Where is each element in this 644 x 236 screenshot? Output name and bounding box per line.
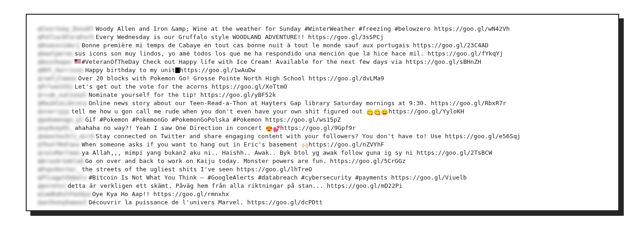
tweet-text: Over 20 blocks with Pokemon Go! Grosse P…: [78, 75, 384, 82]
tweet-text: sus icons son muy lindos, yo amé todos l…: [75, 50, 503, 57]
tweet-row: @pokemongo_plGif #Pokemon #PokemonGo #Po…: [38, 116, 607, 124]
tweet-row: @vverryyytell me how u gon call me rude …: [38, 107, 607, 116]
tweet-handle: @PopsDurter_: [38, 165, 82, 174]
tweet-text-post: https://goo.gl/9Gpf9r: [280, 124, 356, 131]
tweet-row: @maulperensus icons son muy lindos, yo a…: [38, 50, 607, 58]
tweet-text: Gif #Pokemon #PokemonGo #PokemonGoPolska…: [85, 116, 341, 123]
tweet-row: @PullackFareParkEvery Wednesday is our G…: [38, 33, 607, 41]
tweet-row: @Courtney_Rose87Woody Allen and Iron &am…: [38, 25, 607, 33]
tweet-row: @PopsDurter_the streets of the ugliest s…: [38, 165, 607, 174]
tweet-handle: @raisMarleen: [38, 149, 82, 157]
tweet-row: @That7NoFansWhen someone asks if you wan…: [38, 140, 607, 149]
tweet-text: Woody Allen and Iron &amp; Wine at the w…: [96, 25, 510, 32]
tweet-row: @iamRahulPandyaOye Kya Ho Aap!! https://…: [38, 190, 607, 198]
tweet-text: Online news story about our Teen-Read-a-…: [89, 100, 506, 107]
tweet-handle: @RDY_Harrison: [38, 66, 85, 74]
emoji-icon: 😋😋😄: [366, 108, 388, 117]
tweet-row: @rcab_nationalNominate yourself for the …: [38, 91, 607, 99]
tweet-row: @anthonyhemontDécouvrir la puissance de …: [38, 198, 607, 207]
tweet-row: @buzzhoper#VeteranOfTheDay Check out Hap…: [38, 58, 607, 66]
tweet-text: Oye Kya Ho Aap!! https://goo.gl/rmnxhx: [92, 191, 229, 197]
tweet-log-content: @Courtney_Rose87Woody Allen and Iron &am…: [27, 15, 618, 212]
tweet-text: #Bitcoin Is Not What You Think – #Google…: [89, 174, 467, 181]
tweet-handle: @poretni: [38, 182, 68, 190]
tweet-text: Every Wednesday is our Gruffalo style WO…: [96, 34, 384, 40]
tweet-text: Nominate yourself for the tip! https://g…: [89, 91, 276, 98]
tweet-handle: @buzzhoper: [38, 58, 75, 66]
tweet-handle: @PullackFarePark: [38, 33, 96, 41]
tweet-handle: @iamRahulPandya: [38, 190, 92, 198]
tweet-text: Bonne première mi temps de Cabaye en tou…: [82, 42, 489, 49]
tweet-handle: @vverryyy: [38, 107, 71, 116]
tweet-text: When someone asks if you want to hang ou…: [82, 141, 301, 148]
tweet-text-post: https://goo.gl/1wAuDw: [180, 67, 255, 73]
tweet-handle: @newstechri_mcrd: [38, 132, 96, 140]
tweet-row: @poretnidetta är verkligen ett skämt. På…: [38, 182, 607, 190]
tweet-text: Happy birthday to my unit: [85, 67, 175, 73]
tweet-text: tell me how u gon call me rude when you …: [71, 108, 367, 115]
tweet-row: @MashCoLibraryOnline news story about ou…: [38, 99, 607, 107]
tweet-text: #VeteranOfTheDay Check out Happy life wi…: [81, 58, 481, 65]
tweet-row: @RDY_HarrisonHappy birthday to my unitht…: [38, 66, 607, 74]
tweet-text: ahahaha no way?! Yeah I saw One Directio…: [75, 124, 265, 131]
tweet-handle: @That7NoFans: [38, 140, 82, 149]
tweet-row: @DvensviderjBonne première mi temps de C…: [38, 41, 607, 50]
tweet-handle: @brusdrimkled: [38, 157, 85, 165]
tweet-handle: @Courtney_Rose87: [38, 25, 96, 33]
tweet-handle: @PlLegalRebels: [38, 174, 89, 182]
tweet-handle: @sydney65_: [38, 124, 75, 132]
tweet-text: Stay connected on Twitter and share enga…: [96, 133, 521, 140]
tweet-row: @newstechri_mcrdStay connected on Twitte…: [38, 132, 607, 140]
tweet-text-post: https://goo.gl/YyloKH: [388, 108, 464, 115]
tweet-text: Découvrir la puissance de l'univers Marv…: [89, 199, 323, 206]
tweet-text: ya Allah,,, mimpi yang bukan2 aku ni.. H…: [82, 149, 492, 156]
tweet-handle: @maulperen: [38, 50, 75, 58]
tweet-text: Let's get out the vote for the acorns ht…: [75, 83, 287, 90]
tweet-row: @sydney65_ahahaha no way?! Yeah I saw On…: [38, 124, 607, 132]
tweet-text: Go on over and back to work on Kaiju tod…: [85, 157, 406, 164]
tweet-row: @raeljleeneOver 20 blocks with Pokemon G…: [38, 74, 607, 83]
tweet-text: the streets of the ugliest shits I've se…: [82, 166, 312, 173]
tweet-handle: @pokemongo_pl: [38, 116, 85, 124]
tweet-row: @raisMarleenya Allah,,, mimpi yang bukan…: [38, 149, 607, 157]
tweet-handle: @anthonyhemont: [38, 198, 89, 207]
tweet-handle: @raeljleene: [38, 74, 78, 83]
tweet-handle: @MashCoLibrary: [38, 99, 89, 107]
tweet-row: @PlLegalRebels#Bitcoin Is Not What You T…: [38, 174, 607, 182]
us-flag-icon: [75, 59, 81, 64]
tweet-text-post: https://goo.gl/nZVYhF: [309, 141, 384, 148]
tweet-text: detta är verkligen ett skämt. Påväg hem …: [68, 182, 402, 189]
unknown-glyph-icon: [175, 67, 180, 73]
tweet-row: @Prlee1551Let's get out the vote for the…: [38, 83, 607, 91]
tweet-handle: @Prlee1551: [38, 83, 75, 91]
tweet-handle: @Dvensviderj: [38, 41, 82, 50]
tweet-log-panel: @Courtney_Rose87Woody Allen and Iron &am…: [26, 14, 619, 211]
tweet-row: @brusdrimkledGo on over and back to work…: [38, 157, 607, 165]
tweet-handle: @rcab_national: [38, 91, 89, 99]
